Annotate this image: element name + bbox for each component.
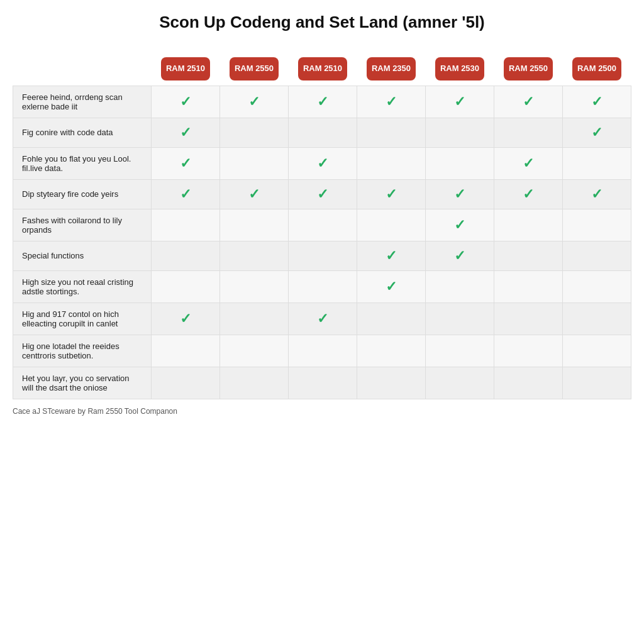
check-cell: ✓ — [152, 303, 220, 335]
check-cell: ✓ — [563, 86, 631, 118]
check-cell: ✓ — [220, 86, 289, 118]
check-cell: ✓ — [494, 86, 563, 118]
feature-label: Fashes with coilarond to lily orpands — [13, 209, 152, 241]
column-header-ram2500: RAM 2500 — [563, 51, 631, 86]
check-cell — [220, 118, 289, 147]
checkmark-icon: ✓ — [180, 186, 191, 202]
check-cell — [494, 209, 563, 241]
check-cell: ✓ — [426, 241, 494, 270]
check-cell — [563, 367, 631, 399]
check-cell: ✓ — [426, 209, 494, 241]
feature-label: Dip styteary fire code yeirs — [13, 179, 152, 209]
check-cell — [289, 367, 357, 399]
check-cell — [563, 147, 631, 179]
header-row: RAM 2510RAM 2550RAM 2510RAM 2350RAM 2530… — [13, 51, 631, 86]
table-row: Dip styteary fire code yeirs✓✓✓✓✓✓✓ — [13, 179, 631, 209]
check-cell — [494, 270, 563, 303]
column-header-ram2530: RAM 2530 — [426, 51, 494, 86]
page-title: Scon Up Codeng and Set Land (amner '5l) — [13, 13, 631, 32]
feature-label: High size you not reaal cristing adstle … — [13, 270, 152, 303]
ram-badge: RAM 2530 — [435, 57, 484, 80]
check-cell — [220, 241, 289, 270]
check-cell — [152, 367, 220, 399]
check-cell: ✓ — [426, 179, 494, 209]
check-cell: ✓ — [152, 86, 220, 118]
check-cell — [220, 270, 289, 303]
check-cell — [152, 270, 220, 303]
feature-label: Fig conire with code data — [13, 118, 152, 147]
check-cell — [426, 270, 494, 303]
check-cell: ✓ — [289, 86, 357, 118]
table-row: Hig and 917 contol on hich elleacting co… — [13, 303, 631, 335]
check-cell: ✓ — [152, 147, 220, 179]
check-cell — [152, 241, 220, 270]
feature-label: Hig one lotadel the reeides centtroris s… — [13, 335, 152, 367]
check-cell — [289, 335, 357, 367]
check-cell: ✓ — [426, 86, 494, 118]
check-cell: ✓ — [289, 147, 357, 179]
checkmark-icon: ✓ — [523, 186, 534, 202]
column-header-ram2510b: RAM 2510 — [289, 51, 357, 86]
check-cell — [220, 209, 289, 241]
check-cell: ✓ — [563, 179, 631, 209]
check-cell — [426, 118, 494, 147]
checkmark-icon: ✓ — [523, 155, 534, 171]
check-cell — [357, 367, 426, 399]
table-row: Het you layr, you co servation will the … — [13, 367, 631, 399]
checkmark-icon: ✓ — [454, 217, 465, 233]
feature-label: Special functions — [13, 241, 152, 270]
ram-badge: RAM 2550 — [230, 57, 279, 80]
check-cell: ✓ — [289, 303, 357, 335]
check-cell — [289, 241, 357, 270]
feature-label: Fohle you to flat you yeu Lool. fil.live… — [13, 147, 152, 179]
checkmark-icon: ✓ — [317, 155, 328, 171]
table-row: High size you not reaal cristing adstle … — [13, 270, 631, 303]
check-cell: ✓ — [152, 118, 220, 147]
column-header-ram2550a: RAM 2550 — [220, 51, 289, 86]
check-cell — [426, 303, 494, 335]
ram-badge: RAM 2350 — [367, 57, 416, 80]
table-row: Fig conire with code data✓✓ — [13, 118, 631, 147]
check-cell: ✓ — [357, 179, 426, 209]
check-cell — [426, 147, 494, 179]
checkmark-icon: ✓ — [180, 125, 191, 140]
checkmark-icon: ✓ — [386, 279, 397, 294]
checkmark-icon: ✓ — [248, 186, 260, 202]
column-header-ram2350: RAM 2350 — [357, 51, 426, 86]
check-cell: ✓ — [152, 179, 220, 209]
check-cell — [563, 270, 631, 303]
check-cell — [563, 335, 631, 367]
check-cell — [152, 335, 220, 367]
check-cell — [289, 209, 357, 241]
check-cell: ✓ — [357, 86, 426, 118]
check-cell: ✓ — [220, 179, 289, 209]
check-cell — [494, 118, 563, 147]
ram-badge: RAM 2510 — [161, 57, 210, 80]
check-cell — [357, 147, 426, 179]
checkmark-icon: ✓ — [386, 248, 397, 264]
checkmark-icon: ✓ — [248, 94, 260, 109]
checkmark-icon: ✓ — [523, 94, 534, 109]
column-header-ram2510a: RAM 2510 — [152, 51, 220, 86]
feature-label: Hig and 917 contol on hich elleacting co… — [13, 303, 152, 335]
feature-column-header — [13, 51, 152, 86]
table-row: Hig one lotadel the reeides centtroris s… — [13, 335, 631, 367]
check-cell: ✓ — [357, 270, 426, 303]
check-cell: ✓ — [563, 118, 631, 147]
check-cell — [494, 241, 563, 270]
check-cell — [563, 241, 631, 270]
checkmark-icon: ✓ — [454, 186, 465, 202]
check-cell — [357, 335, 426, 367]
check-cell — [563, 209, 631, 241]
checkmark-icon: ✓ — [317, 186, 328, 202]
checkmark-icon: ✓ — [454, 248, 465, 264]
checkmark-icon: ✓ — [591, 125, 602, 140]
check-cell — [220, 147, 289, 179]
check-cell — [220, 367, 289, 399]
check-cell: ✓ — [289, 179, 357, 209]
checkmark-icon: ✓ — [454, 94, 465, 109]
checkmark-icon: ✓ — [386, 94, 397, 109]
comparison-table: RAM 2510RAM 2550RAM 2510RAM 2350RAM 2530… — [13, 51, 631, 399]
table-row: Special functions✓✓ — [13, 241, 631, 270]
checkmark-icon: ✓ — [317, 311, 328, 326]
